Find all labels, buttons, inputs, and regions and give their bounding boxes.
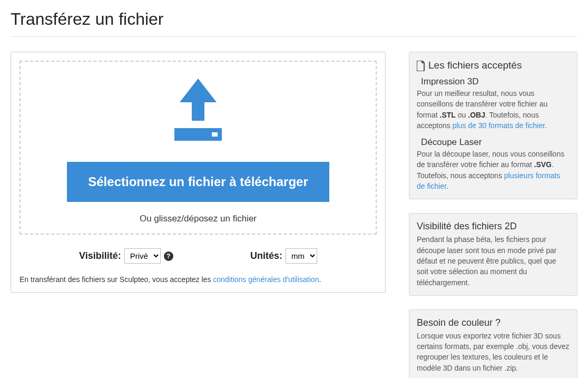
- color-text: Lorsque vous exportez votre fichier 3D s…: [417, 331, 570, 373]
- accepted-laser-section: Découpe Laser Pour la découpe laser, nou…: [417, 137, 570, 191]
- page-title: Transférez un fichier: [11, 0, 577, 37]
- tos-suffix: .: [319, 275, 321, 284]
- accepted-files-title: Les fichiers acceptés: [417, 60, 570, 71]
- visibility-2d-text: Pendant la phase béta, les fichiers pour…: [417, 234, 570, 287]
- svg-rect-2: [212, 132, 218, 137]
- formats-3d-link[interactable]: plus de 30 formats de fichier: [453, 121, 545, 130]
- tos-prefix: En transférant des fichiers sur Sculpteo…: [19, 275, 213, 284]
- visibility-2d-title: Visibilité des fichiers 2D: [417, 221, 570, 232]
- color-card: Besoin de couleur ? Lorsque vous exporte…: [409, 309, 577, 378]
- units-group: Unités: mm: [250, 248, 317, 264]
- help-icon[interactable]: ?: [164, 251, 173, 261]
- accepted-3d-section: Impression 3D Pour un meilleur resultat,…: [417, 76, 570, 131]
- visibility-2d-card: Visibilité des fichiers 2D Pendant la ph…: [409, 213, 577, 295]
- dropzone-hint: Ou glissez/déposez un fichier: [31, 214, 365, 224]
- accepted-3d-subtitle: Impression 3D: [421, 76, 570, 87]
- upload-icon: [31, 79, 365, 149]
- dropzone[interactable]: Sélectionnez un fichier à télécharger Ou…: [19, 61, 377, 235]
- upload-panel: Sélectionnez un fichier à télécharger Ou…: [11, 52, 386, 293]
- accepted-files-card: Les fichiers acceptés Impression 3D Pour…: [409, 52, 577, 199]
- visibility-group: Visibilité: Privé ?: [79, 248, 173, 264]
- visibility-label: Visibilité:: [79, 250, 121, 261]
- svg-marker-0: [180, 79, 217, 121]
- color-title: Besoin de couleur ?: [417, 317, 570, 328]
- options-row: Visibilité: Privé ? Unités: mm: [19, 246, 377, 275]
- accepted-laser-text: Pour la découpe laser, nous vous conseil…: [417, 149, 570, 191]
- accepted-laser-subtitle: Découpe Laser: [421, 137, 570, 148]
- units-label: Unités:: [250, 250, 282, 261]
- units-select[interactable]: mm: [286, 248, 317, 264]
- visibility-select[interactable]: Privé: [124, 248, 161, 264]
- sidebar: Les fichiers acceptés Impression 3D Pour…: [409, 52, 577, 378]
- accepted-title-text: Les fichiers acceptés: [428, 60, 522, 71]
- select-file-button[interactable]: Sélectionnez un fichier à télécharger: [67, 162, 329, 202]
- file-icon: [417, 60, 425, 71]
- tos-link[interactable]: conditions générales d'utilisation: [213, 275, 319, 284]
- tos-text: En transférant des fichiers sur Sculpteo…: [19, 275, 377, 284]
- accepted-3d-text: Pour un meilleur resultat, nous vous con…: [417, 88, 570, 131]
